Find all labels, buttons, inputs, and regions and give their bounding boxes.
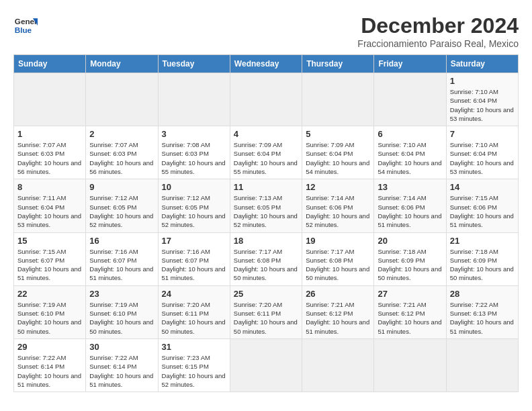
day-number: 6 bbox=[378, 129, 442, 139]
day-number: 20 bbox=[378, 236, 442, 246]
day-number: 15 bbox=[17, 236, 82, 246]
day-info: Sunrise: 7:22 AMSunset: 6:14 PMDaylight:… bbox=[89, 353, 154, 389]
weekday-header-row: SundayMondayTuesdayWednesdayThursdayFrid… bbox=[14, 55, 519, 73]
day-number: 22 bbox=[17, 289, 82, 299]
day-number: 27 bbox=[378, 289, 442, 299]
calendar-week-row: 1Sunrise: 7:07 AMSunset: 6:03 PMDaylight… bbox=[14, 126, 519, 179]
day-info: Sunrise: 7:09 AMSunset: 6:04 PMDaylight:… bbox=[306, 140, 370, 176]
day-info: Sunrise: 7:07 AMSunset: 6:03 PMDaylight:… bbox=[89, 140, 154, 176]
day-number: 19 bbox=[306, 236, 370, 246]
day-number: 12 bbox=[306, 182, 370, 192]
day-number: 23 bbox=[89, 289, 154, 299]
calendar-cell: 29Sunrise: 7:22 AMSunset: 6:14 PMDayligh… bbox=[14, 338, 86, 392]
day-info: Sunrise: 7:21 AMSunset: 6:12 PMDaylight:… bbox=[378, 300, 442, 336]
day-info: Sunrise: 7:17 AMSunset: 6:08 PMDaylight:… bbox=[234, 247, 298, 283]
day-number: 13 bbox=[378, 182, 442, 192]
day-number: 30 bbox=[89, 342, 154, 352]
day-number: 1 bbox=[17, 129, 82, 139]
day-info: Sunrise: 7:08 AMSunset: 6:03 PMDaylight:… bbox=[162, 140, 226, 176]
weekday-header: Wednesday bbox=[230, 55, 302, 73]
day-info: Sunrise: 7:23 AMSunset: 6:15 PMDaylight:… bbox=[162, 353, 226, 389]
weekday-header: Monday bbox=[86, 55, 158, 73]
calendar-cell: 20Sunrise: 7:18 AMSunset: 6:09 PMDayligh… bbox=[374, 232, 446, 285]
day-info: Sunrise: 7:11 AMSunset: 6:04 PMDaylight:… bbox=[17, 193, 82, 229]
day-info: Sunrise: 7:10 AMSunset: 6:04 PMDaylight:… bbox=[450, 140, 515, 176]
day-info: Sunrise: 7:22 AMSunset: 6:13 PMDaylight:… bbox=[450, 300, 515, 336]
svg-text:Blue: Blue bbox=[15, 26, 32, 34]
weekday-header: Sunday bbox=[14, 55, 86, 73]
day-info: Sunrise: 7:20 AMSunset: 6:11 PMDaylight:… bbox=[162, 300, 226, 336]
day-number: 1 bbox=[450, 76, 515, 86]
day-number: 26 bbox=[306, 289, 370, 299]
calendar-cell: 27Sunrise: 7:21 AMSunset: 6:12 PMDayligh… bbox=[374, 285, 446, 338]
day-number: 21 bbox=[450, 236, 515, 246]
calendar-cell bbox=[158, 73, 230, 126]
calendar-cell: 16Sunrise: 7:16 AMSunset: 6:07 PMDayligh… bbox=[86, 232, 158, 285]
calendar-cell bbox=[302, 338, 374, 392]
day-number: 28 bbox=[450, 289, 515, 299]
day-info: Sunrise: 7:15 AMSunset: 6:06 PMDaylight:… bbox=[450, 193, 515, 229]
calendar-cell: 17Sunrise: 7:16 AMSunset: 6:07 PMDayligh… bbox=[158, 232, 230, 285]
day-info: Sunrise: 7:12 AMSunset: 6:05 PMDaylight:… bbox=[89, 193, 154, 229]
calendar-cell: 19Sunrise: 7:17 AMSunset: 6:08 PMDayligh… bbox=[302, 232, 374, 285]
day-number: 25 bbox=[234, 289, 298, 299]
day-number: 11 bbox=[234, 182, 298, 192]
day-number: 29 bbox=[17, 342, 82, 352]
day-number: 9 bbox=[89, 182, 154, 192]
calendar-cell: 12Sunrise: 7:14 AMSunset: 6:06 PMDayligh… bbox=[302, 179, 374, 232]
day-number: 10 bbox=[162, 182, 226, 192]
calendar-cell: 1Sunrise: 7:10 AMSunset: 6:04 PMDaylight… bbox=[446, 73, 518, 126]
calendar-cell bbox=[374, 73, 446, 126]
location-subtitle: Fraccionamiento Paraiso Real, Mexico bbox=[357, 38, 519, 49]
day-info: Sunrise: 7:16 AMSunset: 6:07 PMDaylight:… bbox=[89, 247, 154, 283]
day-info: Sunrise: 7:14 AMSunset: 6:06 PMDaylight:… bbox=[306, 193, 370, 229]
calendar-cell: 9Sunrise: 7:12 AMSunset: 6:05 PMDaylight… bbox=[86, 179, 158, 232]
day-info: Sunrise: 7:14 AMSunset: 6:06 PMDaylight:… bbox=[378, 193, 442, 229]
day-info: Sunrise: 7:16 AMSunset: 6:07 PMDaylight:… bbox=[162, 247, 226, 283]
weekday-header: Friday bbox=[374, 55, 446, 73]
page-header: General Blue December 2024 Fraccionamien… bbox=[13, 13, 519, 49]
calendar-week-row: 22Sunrise: 7:19 AMSunset: 6:10 PMDayligh… bbox=[14, 285, 519, 338]
day-info: Sunrise: 7:12 AMSunset: 6:05 PMDaylight:… bbox=[162, 193, 226, 229]
calendar-cell: 2Sunrise: 7:07 AMSunset: 6:03 PMDaylight… bbox=[86, 126, 158, 179]
month-title: December 2024 bbox=[357, 13, 519, 38]
calendar-cell: 28Sunrise: 7:22 AMSunset: 6:13 PMDayligh… bbox=[446, 285, 518, 338]
calendar-cell: 31Sunrise: 7:23 AMSunset: 6:15 PMDayligh… bbox=[158, 338, 230, 392]
calendar-cell: 18Sunrise: 7:17 AMSunset: 6:08 PMDayligh… bbox=[230, 232, 302, 285]
calendar-cell bbox=[374, 338, 446, 392]
day-info: Sunrise: 7:09 AMSunset: 6:04 PMDaylight:… bbox=[234, 140, 298, 176]
day-number: 2 bbox=[89, 129, 154, 139]
calendar-week-row: 15Sunrise: 7:15 AMSunset: 6:07 PMDayligh… bbox=[14, 232, 519, 285]
calendar-cell: 7Sunrise: 7:10 AMSunset: 6:04 PMDaylight… bbox=[446, 126, 518, 179]
day-info: Sunrise: 7:21 AMSunset: 6:12 PMDaylight:… bbox=[306, 300, 370, 336]
day-info: Sunrise: 7:17 AMSunset: 6:08 PMDaylight:… bbox=[306, 247, 370, 283]
day-info: Sunrise: 7:18 AMSunset: 6:09 PMDaylight:… bbox=[378, 247, 442, 283]
day-number: 14 bbox=[450, 182, 515, 192]
calendar-cell: 10Sunrise: 7:12 AMSunset: 6:05 PMDayligh… bbox=[158, 179, 230, 232]
day-number: 4 bbox=[234, 129, 298, 139]
day-info: Sunrise: 7:19 AMSunset: 6:10 PMDaylight:… bbox=[89, 300, 154, 336]
day-number: 5 bbox=[306, 129, 370, 139]
weekday-header: Thursday bbox=[302, 55, 374, 73]
calendar-cell: 22Sunrise: 7:19 AMSunset: 6:10 PMDayligh… bbox=[14, 285, 86, 338]
day-info: Sunrise: 7:20 AMSunset: 6:11 PMDaylight:… bbox=[234, 300, 298, 336]
day-info: Sunrise: 7:13 AMSunset: 6:05 PMDaylight:… bbox=[234, 193, 298, 229]
day-number: 7 bbox=[450, 129, 515, 139]
calendar-cell: 3Sunrise: 7:08 AMSunset: 6:03 PMDaylight… bbox=[158, 126, 230, 179]
logo: General Blue bbox=[13, 13, 38, 38]
calendar-cell: 11Sunrise: 7:13 AMSunset: 6:05 PMDayligh… bbox=[230, 179, 302, 232]
logo-icon: General Blue bbox=[13, 13, 38, 38]
calendar-cell: 15Sunrise: 7:15 AMSunset: 6:07 PMDayligh… bbox=[14, 232, 86, 285]
title-area: December 2024 Fraccionamiento Paraiso Re… bbox=[357, 13, 519, 49]
calendar-cell bbox=[446, 338, 518, 392]
day-info: Sunrise: 7:10 AMSunset: 6:04 PMDaylight:… bbox=[378, 140, 442, 176]
calendar-week-row: 1Sunrise: 7:10 AMSunset: 6:04 PMDaylight… bbox=[14, 73, 519, 126]
day-number: 3 bbox=[162, 129, 226, 139]
day-number: 24 bbox=[162, 289, 226, 299]
calendar-cell bbox=[14, 73, 86, 126]
day-info: Sunrise: 7:19 AMSunset: 6:10 PMDaylight:… bbox=[17, 300, 82, 336]
calendar-cell: 24Sunrise: 7:20 AMSunset: 6:11 PMDayligh… bbox=[158, 285, 230, 338]
calendar-cell: 14Sunrise: 7:15 AMSunset: 6:06 PMDayligh… bbox=[446, 179, 518, 232]
calendar-cell: 8Sunrise: 7:11 AMSunset: 6:04 PMDaylight… bbox=[14, 179, 86, 232]
svg-text:General: General bbox=[15, 17, 38, 26]
